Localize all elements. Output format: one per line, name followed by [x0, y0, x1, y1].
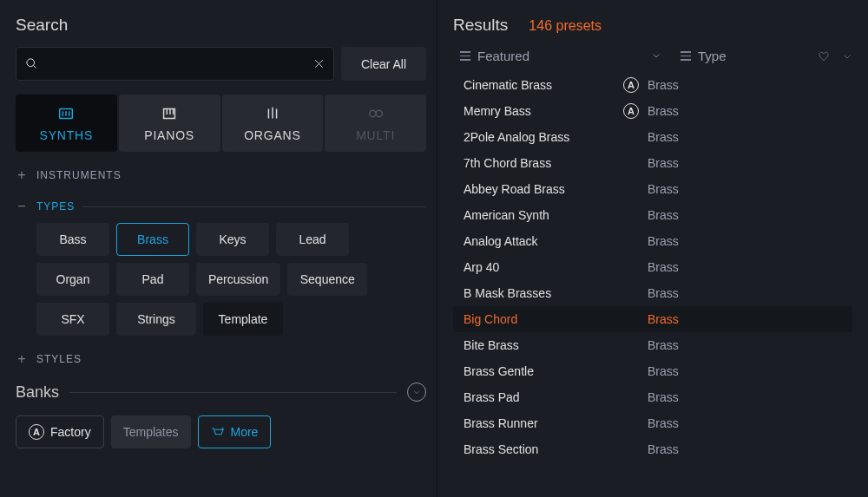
preset-name: Abbey Road Brass — [460, 182, 623, 196]
result-row[interactable]: Brass RunnerBrass — [453, 410, 852, 436]
organ-icon — [263, 104, 282, 123]
divider — [69, 392, 397, 393]
bank-templates-button[interactable]: Templates — [111, 415, 191, 448]
tab-label: SYNTHS — [40, 128, 94, 142]
col-label: Type — [698, 49, 727, 63]
banks-expand-button[interactable] — [407, 383, 426, 402]
preset-name: Brass Section — [460, 442, 623, 456]
type-chip-organ[interactable]: Organ — [36, 263, 109, 296]
type-chip-strings[interactable]: Strings — [116, 303, 196, 336]
type-chip-percussion[interactable]: Percussion — [196, 263, 280, 296]
result-row[interactable]: 2Pole Analog BrassBrass — [453, 124, 852, 150]
preset-name: Memry Bass — [460, 104, 623, 118]
type-chip-lead[interactable]: Lead — [276, 223, 349, 256]
type-chip-keys[interactable]: Keys — [196, 223, 269, 256]
preset-type: Brass — [648, 234, 679, 248]
result-row[interactable]: Brass PadBrass — [453, 384, 852, 410]
bank-label: More — [231, 425, 259, 439]
type-chip-sequence[interactable]: Sequence — [287, 263, 367, 296]
search-input[interactable] — [45, 57, 306, 71]
result-row[interactable]: 7th Chord BrassBrass — [453, 150, 852, 176]
preset-badge: A — [623, 103, 648, 119]
header-actions — [818, 50, 852, 62]
result-row[interactable]: Brass GentleBrass — [453, 358, 852, 384]
type-chip-sfx[interactable]: SFX — [36, 303, 109, 336]
svg-text:+: + — [220, 426, 224, 433]
synth-icon — [56, 104, 76, 123]
expand-icon[interactable]: + — [16, 167, 28, 183]
bank-more-button[interactable]: + More — [198, 415, 272, 448]
svg-point-14 — [369, 110, 375, 116]
arturia-icon: A — [29, 424, 44, 440]
preset-type: Brass — [648, 156, 679, 170]
arturia-icon: A — [623, 77, 639, 93]
result-row[interactable]: American SynthBrass — [453, 202, 852, 228]
svg-point-15 — [376, 110, 382, 116]
category-tab-pianos[interactable]: PIANOS — [119, 95, 220, 152]
preset-name: American Synth — [460, 208, 623, 222]
section-label: INSTRUMENTS — [36, 169, 122, 181]
banks-row: A Factory Templates + More — [16, 415, 426, 448]
collapse-icon[interactable]: − — [16, 199, 28, 214]
sort-toggle[interactable] — [651, 49, 661, 63]
preset-type: Brass — [648, 390, 679, 404]
preset-type: Brass — [648, 286, 679, 300]
results-rows: Cinematic BrassABrassMemry BassABrass2Po… — [453, 72, 852, 462]
col-label: Featured — [477, 49, 529, 63]
section-styles[interactable]: + STYLES — [16, 351, 426, 367]
preset-name: Brass Runner — [460, 416, 623, 430]
result-row[interactable]: Bite BrassBrass — [453, 332, 852, 358]
search-box[interactable] — [16, 47, 334, 81]
type-chip-pad[interactable]: Pad — [116, 263, 189, 296]
type-chip-brass[interactable]: Brass — [116, 223, 189, 256]
preset-type: Brass — [648, 364, 679, 378]
expand-icon[interactable]: + — [16, 351, 28, 367]
result-row[interactable]: Analog AttackBrass — [453, 228, 852, 254]
cart-plus-icon: + — [211, 426, 225, 438]
banks-header: Banks — [16, 383, 426, 402]
result-row[interactable]: Big ChordBrass — [453, 306, 852, 332]
preset-type: Brass — [648, 442, 679, 456]
preset-name: Cinematic Brass — [460, 78, 623, 92]
col-type-header[interactable]: Type — [674, 49, 818, 63]
category-tabs: SYNTHSPIANOSORGANSMULTI — [16, 95, 426, 152]
heart-icon[interactable] — [818, 50, 830, 62]
preset-name: Analog Attack — [460, 234, 623, 248]
section-instruments[interactable]: + INSTRUMENTS — [16, 167, 426, 183]
bank-factory-button[interactable]: A Factory — [16, 415, 104, 448]
tab-label: ORGANS — [244, 128, 300, 142]
tab-label: MULTI — [356, 128, 395, 142]
chevron-down-icon[interactable] — [842, 51, 852, 62]
results-title: Results — [453, 16, 508, 35]
result-row[interactable]: Cinematic BrassABrass — [453, 72, 852, 98]
preset-type: Brass — [648, 338, 679, 352]
results-panel: Results 146 presets Featured Type Cinema… — [437, 0, 868, 497]
category-tab-multi[interactable]: MULTI — [325, 95, 426, 152]
preset-type: Brass — [648, 260, 679, 274]
chevron-down-icon — [412, 388, 421, 396]
piano-icon — [160, 104, 179, 123]
type-chip-bass[interactable]: Bass — [36, 223, 109, 256]
preset-name: Brass Gentle — [460, 364, 623, 378]
close-icon[interactable] — [313, 58, 325, 69]
category-tab-synths[interactable]: SYNTHS — [16, 95, 117, 152]
preset-name: 7th Chord Brass — [460, 156, 623, 170]
category-tab-organs[interactable]: ORGANS — [222, 95, 324, 152]
svg-point-0 — [27, 59, 35, 67]
result-row[interactable]: Memry BassABrass — [453, 98, 852, 124]
column-headers: Featured Type — [453, 43, 852, 72]
preset-type: Brass — [648, 78, 679, 92]
clear-all-button[interactable]: Clear All — [341, 47, 426, 81]
result-row[interactable]: B Mask BrassesBrass — [453, 280, 852, 306]
col-name-header[interactable]: Featured — [453, 49, 651, 63]
result-row[interactable]: Abbey Road BrassBrass — [453, 176, 852, 202]
type-chip-template[interactable]: Template — [203, 303, 283, 336]
preset-type: Brass — [648, 416, 679, 430]
section-types[interactable]: − TYPES — [16, 199, 426, 214]
preset-badge: A — [623, 77, 648, 93]
preset-name: Big Chord — [460, 312, 623, 326]
result-row[interactable]: Arp 40Brass — [453, 254, 852, 280]
result-row[interactable]: Brass SectionBrass — [453, 436, 852, 462]
results-count: 146 presets — [529, 18, 602, 34]
search-row: Clear All — [16, 47, 426, 81]
